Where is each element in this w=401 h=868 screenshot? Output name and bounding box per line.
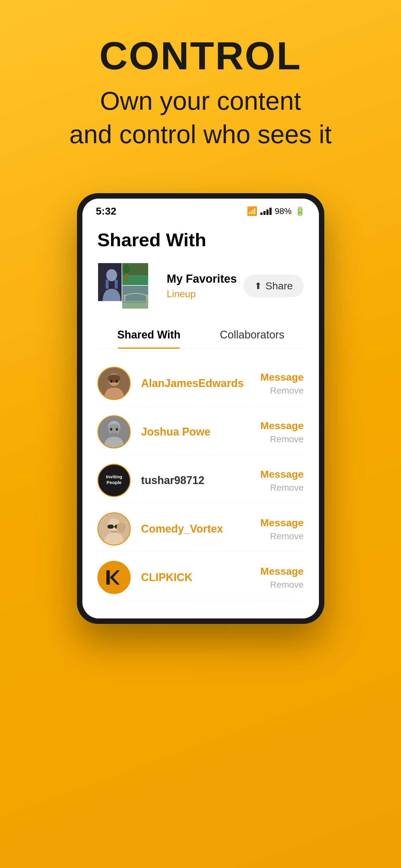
avatar: Inviting People — [97, 464, 131, 497]
list-item: Joshua Powe Message Remove — [97, 409, 304, 455]
page-title: Shared With — [97, 229, 304, 250]
svg-point-15 — [108, 375, 120, 382]
user-name: Comedy_Vortex — [141, 523, 260, 535]
clipkick-avatar-svg — [98, 561, 130, 594]
album-info: My Favorites Lineup — [97, 262, 237, 309]
svg-rect-12 — [122, 301, 149, 303]
status-icons: 📶 98% 🔋 — [247, 206, 305, 216]
album-name: My Favorites — [167, 273, 237, 285]
user-name: CLIPKICK — [141, 571, 260, 584]
signal-icon — [260, 208, 271, 215]
tab-shared-with[interactable]: Shared With — [97, 321, 201, 348]
svg-text:People: People — [107, 480, 122, 485]
user-name: AlanJamesEdwards — [141, 377, 260, 390]
svg-point-32 — [116, 522, 125, 532]
list-item: CLIPKICK Message Remove — [97, 555, 304, 600]
comedy-avatar-svg — [98, 513, 130, 546]
list-item: Inviting People tushar98712 Message Remo… — [97, 458, 304, 503]
status-time: 5:32 — [96, 205, 116, 217]
svg-rect-3 — [115, 280, 118, 289]
svg-point-17 — [116, 380, 118, 383]
message-button[interactable]: Message — [260, 420, 304, 432]
list-item: AlanJamesEdwards Message Remove — [97, 361, 304, 406]
user-list: AlanJamesEdwards Message Remove — [97, 361, 304, 600]
tabs-bar: Shared With Collaborators — [97, 321, 304, 349]
album-text-info: My Favorites Lineup — [167, 273, 237, 300]
svg-point-21 — [116, 428, 118, 431]
svg-point-20 — [110, 428, 112, 431]
user-actions: Message Remove — [260, 371, 304, 396]
thumbnail-3 — [122, 285, 149, 309]
phone-screen: 5:32 📶 98% 🔋 Shared With — [82, 198, 319, 618]
status-bar: 5:32 📶 98% 🔋 — [82, 198, 319, 220]
user-actions: Message Remove — [260, 565, 304, 590]
share-icon: ⬆ — [254, 281, 262, 291]
thumbnail-greenery-svg — [122, 263, 149, 287]
message-button[interactable]: Message — [260, 371, 304, 383]
album-section: My Favorites Lineup ⬆ Share — [97, 262, 304, 309]
remove-button[interactable]: Remove — [270, 580, 304, 590]
svg-rect-34 — [106, 570, 110, 584]
user-name: Joshua Powe — [141, 426, 260, 438]
battery-level: 98% — [275, 207, 291, 216]
svg-point-16 — [110, 380, 112, 383]
joshua-avatar-svg — [98, 415, 130, 448]
share-button[interactable]: ⬆ Share — [244, 275, 304, 297]
svg-point-7 — [123, 265, 130, 274]
svg-point-33 — [98, 562, 130, 593]
list-item: Comedy_Vortex Message Remove — [97, 506, 304, 552]
remove-button[interactable]: Remove — [270, 385, 304, 396]
battery-icon: 🔋 — [295, 206, 305, 216]
thumbnail-1 — [97, 262, 124, 302]
main-subtitle: Own your content and control who sees it — [18, 84, 383, 151]
album-thumbnails — [97, 262, 158, 309]
message-button[interactable]: Message — [260, 468, 304, 480]
avatar — [97, 415, 131, 448]
tushar-avatar-svg: Inviting People — [97, 465, 131, 496]
message-button[interactable]: Message — [260, 517, 304, 529]
avatar — [97, 513, 131, 546]
svg-point-1 — [106, 269, 117, 281]
phone-frame: 5:32 📶 98% 🔋 Shared With — [77, 193, 324, 624]
svg-text:Inviting: Inviting — [106, 474, 122, 479]
wifi-icon: 📶 — [247, 206, 257, 216]
message-button[interactable]: Message — [260, 565, 304, 577]
user-actions: Message Remove — [260, 420, 304, 444]
thumbnail-2 — [122, 262, 149, 287]
album-tag: Lineup — [167, 288, 237, 300]
user-actions: Message Remove — [260, 517, 304, 541]
svg-rect-2 — [106, 280, 109, 289]
avatar — [97, 561, 131, 594]
remove-button[interactable]: Remove — [270, 483, 304, 493]
header-section: CONTROL Own your content and control who… — [0, 0, 401, 175]
alan-avatar-svg — [98, 367, 130, 400]
remove-button[interactable]: Remove — [270, 434, 304, 444]
avatar — [97, 367, 131, 400]
user-name: tushar98712 — [141, 474, 260, 487]
app-content: Shared With — [82, 220, 319, 618]
svg-rect-29 — [107, 525, 114, 529]
thumbnail-bridge-svg — [122, 286, 149, 309]
thumbnail-person-svg — [98, 263, 124, 302]
remove-button[interactable]: Remove — [270, 531, 304, 541]
main-title: CONTROL — [18, 36, 383, 75]
user-actions: Message Remove — [260, 468, 304, 493]
tab-collaborators[interactable]: Collaborators — [201, 321, 304, 348]
share-button-label: Share — [265, 280, 293, 292]
